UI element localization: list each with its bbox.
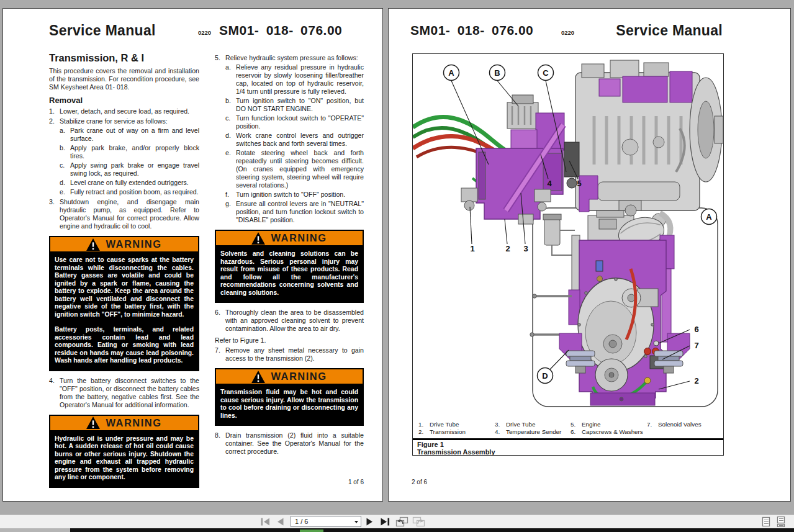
warning-box-fluid: WARNING Transmission fluid may be hot an… <box>215 368 364 426</box>
refer-note: Refer to Figure 1. <box>215 336 364 345</box>
left-column: Transmission, R & I This procedure cover… <box>49 54 199 494</box>
pdf-viewer: Service Manual 0220 SM01- 018- 076.00 Tr… <box>0 0 794 532</box>
legend-number: 2. <box>418 428 423 435</box>
figure-caption-title: Transmission Assembly <box>417 448 495 456</box>
step-number: 2. <box>49 117 60 125</box>
legend-label: Temperature Sender <box>506 428 561 435</box>
first-page-button[interactable] <box>261 518 270 526</box>
list-item: 1. Lower, detach, and secure load, as re… <box>49 107 199 115</box>
previous-view-button[interactable] <box>395 516 408 527</box>
list-item: 5. Relieve hydraulic system pressure as … <box>215 54 364 62</box>
next-view-button[interactable] <box>412 516 425 527</box>
warning-text: Solvents and cleaning solutions can be h… <box>220 250 358 297</box>
sub-list: a.Relieve any residual pressure in hydra… <box>225 63 364 224</box>
page-number-combobox[interactable]: 1 / 6 <box>291 516 361 527</box>
document-number: SM01- 018- 076.00 <box>410 23 533 38</box>
warning-text: Use care not to cause sparks at the batt… <box>55 256 194 318</box>
figure-1-box: A B C 1 2 3 4 5 A <box>412 53 724 456</box>
step-number: 6. <box>215 309 225 333</box>
document-number: SM01- 018- 076.00 <box>219 23 342 38</box>
step-letter: b. <box>60 144 70 160</box>
legend-label: Drive Tube <box>430 421 459 428</box>
section-title: Transmission, R & I <box>49 54 199 62</box>
last-page-button[interactable] <box>381 518 390 526</box>
removal-heading: Removal <box>49 96 199 104</box>
warning-body: Transmission fluid may be hot and could … <box>216 385 363 425</box>
callout-2-label: 2 <box>505 244 510 253</box>
legend-number: 7. <box>647 421 652 428</box>
step-letter: d. <box>225 132 236 148</box>
step-text: Stabilize crane for service as follows: <box>60 117 199 125</box>
warning-text: Battery posts, terminals, and related ac… <box>55 326 194 365</box>
warning-box-hydraulic: WARNING Hydraulic oil is under pressure … <box>49 415 199 488</box>
figure-caption-divider <box>413 438 723 440</box>
side-view-group <box>413 60 723 224</box>
callout-3-label: 3 <box>523 244 528 253</box>
warning-body: Hydraulic oil is under pressure and may … <box>50 431 198 487</box>
callout-a-label: A <box>448 68 454 78</box>
list-item: c.Turn function lockout switch to "OPERA… <box>225 114 364 130</box>
list-item: 3. Shutdown engine, and disengage main h… <box>49 198 199 230</box>
manual-title: Service Manual <box>49 22 156 39</box>
chevron-down-icon <box>354 521 358 523</box>
step-text: Ensure all control levers are in "NEUTRA… <box>236 200 364 224</box>
step-text: Turn function lockout switch to "OPERATE… <box>236 114 364 130</box>
warning-label: WARNING <box>106 240 161 248</box>
callout-1-label: 1 <box>470 244 474 253</box>
warning-text: Transmission fluid may be hot and could … <box>220 389 358 420</box>
previous-page-button[interactable] <box>277 518 284 526</box>
last-page-icon <box>381 518 390 526</box>
list-item: e.Fully retract and position boom, as re… <box>60 188 199 196</box>
previous-page-icon <box>277 518 284 526</box>
list-item: b.Turn ignition switch to "ON" position,… <box>225 97 364 113</box>
list-item: a.Park crane out of way on a firm and le… <box>60 127 199 143</box>
legend-number: 4. <box>495 428 500 435</box>
page-number: 1 of 6 <box>348 479 364 485</box>
revision-code: 0220 <box>561 29 574 36</box>
next-page-button[interactable] <box>366 518 373 526</box>
step-number: 5. <box>215 54 225 62</box>
warning-body: Use care not to cause sparks at the batt… <box>50 253 198 370</box>
list-item: b.Apply park brake, and/or properly bloc… <box>60 144 199 160</box>
step-text: Remove any sheet metal necessary to gain… <box>225 346 364 363</box>
step-number: 1. <box>49 107 60 115</box>
step-text: Turn ignition switch to "OFF" position. <box>236 191 364 199</box>
step-text: Relieve hydraulic system pressure as fol… <box>225 54 364 62</box>
list-item: 8. Drain transmission (2) fluid into a s… <box>215 431 364 456</box>
step-text: Park crane out of way on a firm and leve… <box>70 127 199 143</box>
list-item: 4. Turn the battery disconnect switches … <box>49 377 199 409</box>
step-text: Level crane on fully extended outriggers… <box>70 179 199 187</box>
step-text: Apply swing park brake or engage travel … <box>70 161 199 178</box>
step-text: Thoroughly clean the area to be disassem… <box>225 309 364 333</box>
callout-6-label: 6 <box>694 325 698 334</box>
step-letter: c. <box>60 161 70 178</box>
transmission-assembly-illustration: A B C 1 2 3 4 5 A <box>413 54 724 420</box>
step-letter: a. <box>225 63 236 96</box>
step-letter: b. <box>225 97 236 113</box>
step-letter: g. <box>225 200 236 224</box>
step-letter: e. <box>225 149 236 189</box>
step-text: Fully retract and position boom, as requ… <box>70 188 199 196</box>
callout-b-label: B <box>494 68 500 78</box>
scrolling-page-view-button[interactable] <box>777 516 785 527</box>
legend-number: 1. <box>418 421 423 428</box>
taskbar-peek <box>300 530 323 532</box>
step-text: Apply park brake, and/or properly block … <box>70 144 199 160</box>
step-letter: e. <box>60 188 70 196</box>
callout-2b-label: 2 <box>694 376 698 385</box>
revision-code: 0220 <box>198 29 211 36</box>
step-text: Work crane control levers and outrigger … <box>236 132 364 148</box>
intro-paragraph: This procedure covers the removal and in… <box>49 67 199 91</box>
list-item: e.Rotate steering wheel back and forth r… <box>225 149 364 189</box>
list-item: f.Turn ignition switch to "OFF" position… <box>225 191 364 199</box>
list-item: 7. Remove any sheet metal necessary to g… <box>215 346 364 363</box>
warning-triangle-icon <box>251 371 265 383</box>
bottom-bar <box>70 528 794 532</box>
previous-view-icon <box>395 516 408 527</box>
single-page-view-button[interactable] <box>762 516 770 527</box>
step-letter: c. <box>225 114 236 130</box>
warning-triangle-icon <box>86 238 100 251</box>
callout-c-label: C <box>543 68 549 78</box>
list-item: g.Ensure all control levers are in "NEUT… <box>225 200 364 224</box>
legend-label: Engine <box>582 421 601 428</box>
